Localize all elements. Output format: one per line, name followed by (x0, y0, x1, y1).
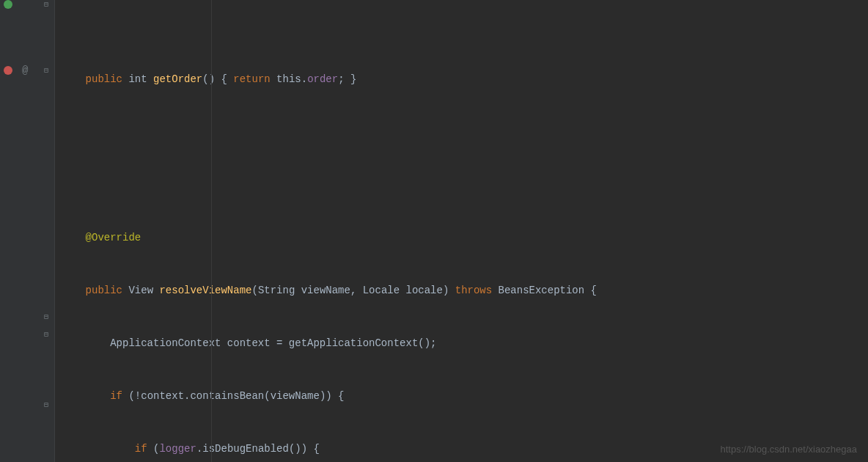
run-icon (4, 0, 12, 9)
code-line: public View resolveViewName(String viewN… (61, 282, 862, 299)
code-line (61, 176, 862, 194)
code-line: if (!context.containsBean(viewName)) { (61, 387, 862, 405)
editor-gutter: ⊟ @ ⊟ ⊟ ⊟ ⊟ (0, 0, 55, 462)
fold-marker[interactable]: ⊟ (44, 312, 48, 321)
indent-guide (211, 0, 212, 462)
override-annotation-icon[interactable]: @ (22, 65, 28, 76)
code-line: public int getOrder() { return this.orde… (61, 70, 862, 88)
fold-marker[interactable]: ⊟ (44, 66, 48, 75)
code-line: @Override (61, 229, 862, 246)
override-up-icon (4, 66, 12, 75)
gutter-marker-run[interactable] (4, 0, 12, 9)
gutter-marker-override[interactable] (4, 66, 12, 75)
fold-marker[interactable]: ⊟ (44, 330, 48, 339)
code-content[interactable]: public int getOrder() { return this.orde… (55, 0, 868, 462)
fold-marker[interactable]: ⊟ (44, 0, 48, 9)
fold-marker[interactable]: ⊟ (44, 400, 48, 409)
watermark: https://blog.csdn.net/xiaozhegaa (721, 444, 857, 455)
code-editor: ⊟ @ ⊟ ⊟ ⊟ ⊟ public int getOrder() { retu… (0, 0, 868, 462)
code-line (61, 123, 862, 141)
code-line: ApplicationContext context = getApplicat… (61, 334, 862, 352)
